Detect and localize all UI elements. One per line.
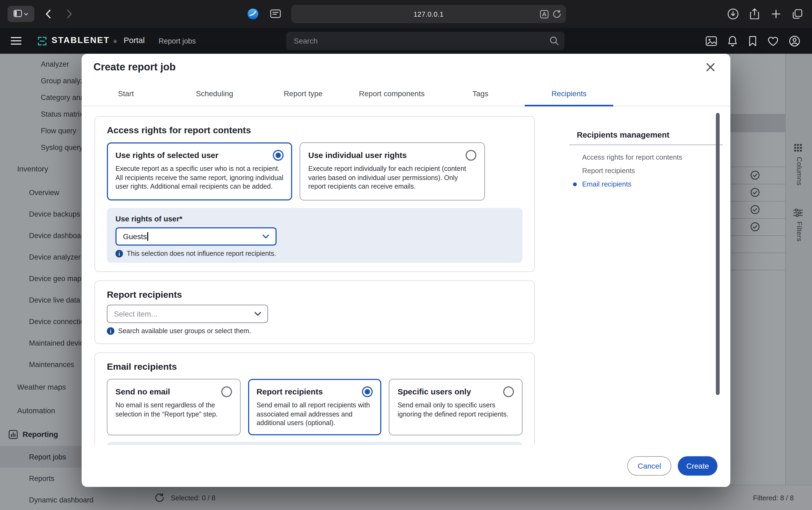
search-input[interactable] (294, 36, 549, 45)
address-bar[interactable]: 127.0.0.1 (291, 5, 566, 23)
clipped-panel (107, 442, 522, 445)
access-rights-heading: Access rights for report contents (107, 125, 522, 136)
screen: 127.0.0.1 STABLENET® Portal Report jobs (0, 0, 812, 510)
sidebar-panel-icon (13, 9, 22, 19)
dialog-footer: Cancel Create (82, 445, 730, 487)
option-title: Send no email (116, 387, 170, 396)
option-title: Use individual user rights (308, 150, 407, 160)
option-description: Execute report as a specific user who is… (116, 165, 283, 191)
new-tab-icon[interactable] (769, 7, 783, 21)
text-cursor (147, 232, 148, 241)
url-text: 127.0.0.1 (291, 10, 566, 18)
select-placeholder: Select item... (114, 310, 157, 318)
option-report-recipients-email[interactable]: Report recipients Send email to all repo… (248, 379, 381, 435)
option-title: Use rights of selected user (116, 150, 218, 160)
option-title: Specific users only (398, 387, 471, 396)
browser-forward-button[interactable] (61, 6, 77, 22)
browser-sidebar-toggle[interactable] (7, 6, 34, 22)
report-recipients-note: i Search available user groups or select… (107, 327, 522, 335)
tab-recipients[interactable]: Recipients (525, 81, 613, 106)
nav-title: Recipients management (569, 130, 723, 145)
tab-report-type[interactable]: Report type (259, 81, 348, 106)
browser-chrome: 127.0.0.1 (0, 0, 812, 28)
page-appearance-icon[interactable] (269, 7, 282, 21)
breadcrumb: Report jobs (159, 37, 196, 45)
radio-unselected-icon[interactable] (503, 387, 514, 397)
dialog-title: Create report job (93, 61, 176, 73)
use-rights-of-user-panel: Use rights of user* Guests i This select… (107, 208, 522, 263)
option-send-no-email[interactable]: Send no email No email is sent regardles… (107, 379, 240, 435)
stablenet-logo-icon (36, 35, 48, 47)
option-description: Execute report individually for each rec… (308, 165, 476, 191)
browser-back-button[interactable] (40, 6, 56, 22)
option-description: Send email to all report recipients with… (257, 401, 373, 427)
email-recipients-heading: Email recipients (107, 362, 522, 372)
dialog-scrollbar[interactable] (716, 113, 720, 395)
app-header: STABLENET® Portal Report jobs (0, 28, 812, 54)
tab-tags[interactable]: Tags (436, 81, 525, 106)
info-icon: i (116, 250, 123, 257)
registered-mark: ® (114, 39, 117, 44)
report-recipients-section: Report recipients Select item... i Searc… (94, 281, 535, 344)
bookmark-icon[interactable] (748, 35, 757, 47)
option-specific-users-only[interactable]: Specific users only Send email only to s… (389, 379, 522, 435)
use-rights-note: i This selection does not influence repo… (116, 250, 514, 257)
chevron-down-icon (253, 310, 262, 318)
stablenet-logo[interactable]: STABLENET® Portal (36, 35, 145, 47)
share-icon[interactable] (748, 7, 761, 21)
downloads-icon[interactable] (726, 7, 740, 21)
dialog-header: Create report job (82, 54, 730, 81)
reload-icon[interactable] (551, 8, 563, 20)
translate-icon[interactable] (538, 8, 550, 20)
radio-unselected-icon[interactable] (465, 150, 476, 161)
info-icon: i (107, 327, 114, 335)
access-rights-section: Access rights for report contents Use ri… (94, 116, 535, 272)
dialog-body: Access rights for report contents Use ri… (82, 106, 730, 445)
option-title: Report recipients (257, 387, 323, 396)
nav-item-report-recipients[interactable]: Report recipients (569, 164, 723, 177)
select-value: Guests (123, 232, 147, 241)
radio-unselected-icon[interactable] (221, 387, 232, 397)
tab-report-components[interactable]: Report components (348, 81, 436, 106)
recipients-management-nav: Recipients management Access rights for … (569, 130, 723, 191)
report-recipients-select[interactable]: Select item... (107, 305, 268, 323)
radio-selected-icon[interactable] (362, 387, 373, 397)
option-use-rights-of-selected-user[interactable]: Use rights of selected user Execute repo… (107, 142, 292, 200)
create-button[interactable]: Create (678, 456, 718, 476)
report-recipients-heading: Report recipients (107, 290, 522, 301)
product-name: Portal (123, 35, 145, 44)
use-rights-of-user-select[interactable]: Guests (116, 227, 277, 246)
radio-selected-icon[interactable] (273, 150, 283, 161)
close-icon[interactable] (702, 59, 719, 75)
tab-scheduling[interactable]: Scheduling (170, 81, 259, 106)
note-text: Search available user groups or select t… (118, 327, 251, 335)
tab-overview-icon[interactable] (790, 7, 805, 21)
heart-icon[interactable] (768, 36, 779, 46)
note-text: This selection does not influence report… (127, 250, 276, 257)
media-gallery-icon[interactable] (706, 36, 717, 46)
option-description: No email is sent regardless of the selec… (116, 401, 232, 419)
search-icon[interactable] (549, 36, 559, 46)
nav-item-email-recipients[interactable]: Email recipients (569, 177, 723, 191)
option-description: Send email only to specific users ignori… (398, 401, 514, 419)
menu-icon[interactable] (11, 36, 22, 45)
chevron-down-icon (262, 232, 270, 241)
account-icon[interactable] (789, 35, 800, 47)
option-use-individual-user-rights[interactable]: Use individual user rights Execute repor… (300, 142, 485, 200)
notifications-bell-icon[interactable] (727, 35, 738, 47)
email-recipients-section: Email recipients Send no email No email … (94, 352, 535, 445)
nav-item-access-rights[interactable]: Access rights for report contents (569, 150, 723, 164)
global-search[interactable] (286, 32, 565, 50)
cancel-button[interactable]: Cancel (628, 456, 671, 476)
use-rights-of-user-label: Use rights of user* (116, 215, 514, 223)
brand-name: STABLENET (52, 35, 110, 45)
create-report-job-dialog: Create report job Start Scheduling Repor… (82, 54, 730, 487)
chevron-down-icon (24, 10, 28, 18)
extension-icon[interactable] (246, 7, 260, 21)
tab-start[interactable]: Start (82, 81, 170, 106)
dialog-tabs: Start Scheduling Report type Report comp… (82, 81, 730, 106)
